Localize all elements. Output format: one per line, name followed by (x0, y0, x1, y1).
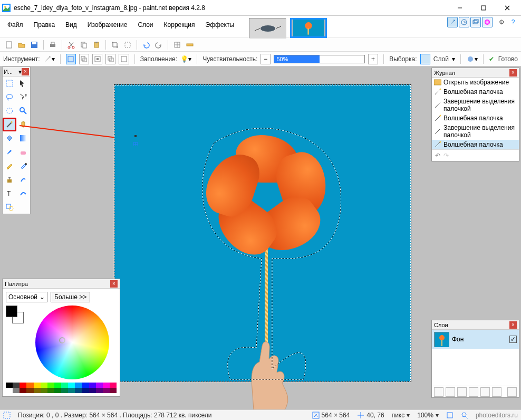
layer-duplicate[interactable] (457, 387, 467, 397)
layer-props[interactable] (507, 387, 517, 397)
tool-rect-select[interactable] (3, 77, 16, 90)
colors-window-toggle[interactable] (482, 17, 493, 27)
open-button[interactable] (16, 39, 27, 51)
print-button[interactable] (47, 39, 59, 51)
canvas[interactable] (114, 84, 411, 382)
redo-button[interactable] (153, 39, 165, 51)
grid-button[interactable] (171, 39, 183, 51)
history-undo-icon[interactable]: ↶ (435, 152, 440, 159)
tool-dropdown[interactable]: ▾ (43, 53, 55, 65)
tools-panel-close[interactable]: × (22, 68, 29, 75)
layer-row[interactable]: Фон ✓ (432, 330, 519, 349)
menu-effects[interactable]: Эффекты (201, 20, 239, 30)
tools-window-toggle[interactable] (447, 17, 458, 27)
tool-fill[interactable] (3, 131, 16, 145)
selmode-subtract[interactable] (92, 54, 102, 64)
undo-button[interactable] (140, 39, 152, 51)
menu-view[interactable]: Вид (61, 20, 81, 30)
menu-image[interactable]: Изображение (83, 20, 132, 30)
layer-visible-checkbox[interactable]: ✓ (509, 336, 517, 343)
deselect-button[interactable] (122, 39, 133, 51)
sampling-swatch[interactable] (420, 54, 430, 64)
history-item[interactable]: Завершение выделения палочкой (432, 97, 519, 113)
tool-shapes[interactable] (3, 200, 16, 214)
layer-merge[interactable] (469, 387, 478, 397)
tool-recolor[interactable] (16, 173, 30, 186)
selmode-intersect[interactable] (105, 54, 115, 64)
palette-row-1[interactable] (6, 383, 117, 388)
palette-more-button[interactable]: Больше >> (51, 292, 90, 302)
selmode-xor[interactable] (119, 54, 129, 64)
palette-row-2[interactable] (6, 388, 117, 393)
selmode-replace[interactable] (66, 54, 76, 64)
layers-window-toggle[interactable] (470, 17, 481, 27)
copy-button[interactable] (78, 39, 90, 51)
selmode-add[interactable] (79, 54, 89, 64)
antialias-button[interactable]: ▾ (466, 53, 478, 65)
history-item[interactable]: Завершение выделения палочкой (432, 123, 519, 140)
image-thumb-1[interactable] (249, 18, 286, 38)
tolerance-plus[interactable]: + (368, 54, 378, 64)
menu-edit[interactable]: Правка (30, 20, 60, 30)
minimize-button[interactable] (448, 1, 471, 15)
history-item[interactable]: Волшебная палочка (432, 140, 519, 149)
menu-file[interactable]: Файл (3, 20, 27, 30)
close-button[interactable] (495, 1, 519, 15)
history-item[interactable]: Волшебная палочка (432, 113, 519, 123)
zoom-select[interactable]: 100% ▾ (417, 412, 439, 419)
menu-layers[interactable]: Слои (133, 20, 157, 30)
fit-icon[interactable] (446, 412, 454, 419)
tool-gradient[interactable] (16, 131, 30, 145)
tool-move-selection[interactable] (16, 77, 30, 90)
maximize-button[interactable] (471, 1, 495, 15)
zoom-icon[interactable] (461, 412, 468, 419)
history-item[interactable]: Открыть изображение (432, 78, 519, 87)
tool-zoom[interactable] (16, 104, 30, 118)
tool-line[interactable] (16, 186, 30, 200)
color-channel-select[interactable]: Основной ⌄ (6, 292, 47, 302)
menu-adjustments[interactable]: Коррекция (160, 20, 199, 30)
color-wheel[interactable] (35, 306, 109, 379)
layer-add[interactable] (434, 387, 443, 397)
sampling-value[interactable]: Слой (433, 55, 449, 63)
paste-button[interactable] (91, 39, 102, 51)
svg-rect-44 (6, 204, 11, 208)
save-button[interactable] (28, 39, 40, 51)
tool-clone[interactable] (3, 173, 16, 186)
tolerance-minus[interactable]: − (260, 54, 271, 64)
tool-pan[interactable] (16, 118, 30, 131)
units-select[interactable]: пикс ▾ (392, 412, 410, 419)
layer-down[interactable] (492, 387, 501, 397)
svg-rect-50 (434, 80, 441, 85)
tool-brush[interactable] (3, 145, 16, 159)
tool-color-picker[interactable] (16, 159, 30, 173)
commit-label[interactable]: Готово (498, 55, 518, 63)
svg-text:T: T (7, 190, 11, 197)
layer-delete[interactable] (446, 387, 455, 397)
help-icon[interactable]: ? (508, 17, 518, 27)
fill-mode[interactable]: 💡▾ (180, 53, 191, 65)
ruler-button[interactable] (184, 39, 196, 51)
tool-pencil[interactable] (3, 159, 16, 173)
tool-magic-wand[interactable] (3, 118, 16, 131)
tool-ellipse-select[interactable] (3, 104, 16, 118)
tool-lasso[interactable] (3, 90, 16, 104)
history-close[interactable]: × (509, 69, 517, 77)
primary-secondary-swatch[interactable] (6, 306, 24, 323)
new-button[interactable] (3, 39, 15, 51)
image-thumb-2[interactable] (290, 18, 327, 38)
layer-up[interactable] (480, 387, 490, 397)
layers-close[interactable]: × (509, 321, 517, 329)
history-window-toggle[interactable] (459, 17, 469, 27)
settings-icon[interactable]: ⚙ (497, 17, 506, 27)
tool-text[interactable]: T (3, 186, 16, 200)
tool-move-pixels[interactable] (16, 90, 30, 104)
crop-button[interactable] (109, 39, 121, 51)
palette-close[interactable]: × (110, 280, 118, 288)
history-item[interactable]: Волшебная палочка (432, 87, 519, 97)
cut-button[interactable] (65, 39, 77, 51)
move-handle-icon[interactable] (130, 135, 141, 146)
tool-eraser[interactable] (16, 145, 30, 159)
tolerance-slider[interactable]: 50% (274, 55, 365, 63)
history-redo-icon[interactable]: ↷ (443, 152, 449, 159)
